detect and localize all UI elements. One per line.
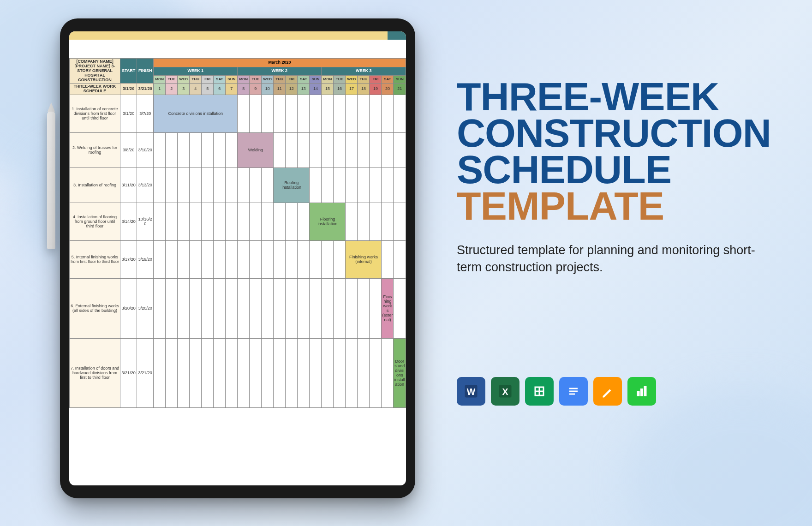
- task-start: 3/17/20: [120, 241, 137, 279]
- task-end: 3/19/20: [137, 241, 154, 279]
- project-header: [COMPANY NAME] [PROJECT NAME] 3-STORY GE…: [70, 59, 120, 84]
- task-row: 1. Installation of concrete divisions fr…: [70, 95, 406, 133]
- month-header: March 2020: [154, 59, 406, 67]
- docs-icon: [559, 377, 588, 406]
- page-title: THREE-WEEK CONSTRUCTION SCHEDULE TEMPLAT…: [457, 78, 770, 224]
- day-header: MON: [238, 76, 250, 84]
- day-header: FRI: [202, 76, 214, 84]
- day-header: MON: [322, 76, 334, 84]
- task-start: 3/8/20: [120, 133, 137, 168]
- sheets-icon: [525, 377, 554, 406]
- schedule-table: [COMPANY NAME] [PROJECT NAME] 3-STORY GE…: [69, 58, 406, 408]
- svg-rect-12: [644, 386, 647, 396]
- day-header: FRI: [286, 76, 298, 84]
- day-header: WED: [178, 76, 190, 84]
- day-header: SAT: [214, 76, 226, 84]
- task-name: 1. Installation of concrete divisions fr…: [70, 95, 120, 133]
- day-header: SUN: [310, 76, 322, 84]
- task-end: 10/16/20: [137, 203, 154, 241]
- finish-header: FINISH: [137, 59, 154, 84]
- apple-pencil: [47, 111, 55, 249]
- task-row: 4. Installation of flooring from ground …: [70, 203, 406, 241]
- day-header: THU: [190, 76, 202, 84]
- day-header: SUN: [394, 76, 406, 84]
- day-header: FRI: [370, 76, 382, 84]
- gantt-bar: Roofing installation: [274, 168, 310, 203]
- task-end: 3/21/20: [137, 339, 154, 408]
- task-name: 4. Installation of flooring from ground …: [70, 203, 120, 241]
- sheet-top-bar: [69, 31, 406, 40]
- task-start: 3/20/20: [120, 279, 137, 339]
- tablet-mockup: [COMPANY NAME] [PROJECT NAME] 3-STORY GE…: [60, 18, 415, 498]
- day-header: THU: [274, 76, 286, 84]
- task-row: 7. Installation of doors and hardwood di…: [70, 339, 406, 408]
- task-name: 2. Welding of trusses for roofing: [70, 133, 120, 168]
- day-header: TUE: [334, 76, 346, 84]
- task-start: 3/21/20: [120, 339, 137, 408]
- marketing-copy: THREE-WEEK CONSTRUCTION SCHEDULE TEMPLAT…: [457, 78, 770, 406]
- gantt-bar: Doors and divisions installation: [394, 339, 406, 408]
- day-header: WED: [262, 76, 274, 84]
- task-name: 5. Internal finishing works from first f…: [70, 241, 120, 279]
- task-start: 3/11/20: [120, 168, 137, 203]
- task-end: 3/13/20: [137, 168, 154, 203]
- task-name: 3. Installation of roofing: [70, 168, 120, 203]
- start-header: START: [120, 59, 137, 84]
- day-header: SAT: [298, 76, 310, 84]
- gantt-bar: Concrete divisions installation: [154, 95, 238, 133]
- day-header: MON: [154, 76, 166, 84]
- task-end: 3/7/20: [137, 95, 154, 133]
- svg-rect-11: [640, 389, 643, 396]
- svg-text:X: X: [502, 387, 508, 397]
- day-header: TUE: [250, 76, 262, 84]
- pages-icon: [593, 377, 622, 406]
- task-start: 3/1/20: [120, 95, 137, 133]
- task-end: 3/10/20: [137, 133, 154, 168]
- svg-rect-10: [637, 391, 640, 396]
- numbers-icon: [627, 377, 656, 406]
- gantt-bar: Welding: [238, 133, 274, 168]
- task-row: 5. Internal finishing works from first f…: [70, 241, 406, 279]
- task-end: 3/20/20: [137, 279, 154, 339]
- day-numbers-row: THREE-WEEK WORK SCHEDULE 3/1/20 3/21/20 …: [70, 84, 406, 95]
- gantt-bar: Finishing works (external): [382, 279, 394, 339]
- day-header: WED: [346, 76, 358, 84]
- page-subtitle: Structured template for planning and mon…: [457, 242, 770, 275]
- task-row: 6. External finishing works (all sides o…: [70, 279, 406, 339]
- word-icon: W: [457, 377, 485, 406]
- task-row: 3. Installation of roofing3/11/203/13/20…: [70, 168, 406, 203]
- day-header: THU: [358, 76, 370, 84]
- format-icons-row: W X: [457, 377, 770, 406]
- task-start: 3/14/20: [120, 203, 137, 241]
- task-name: 7. Installation of doors and hardwood di…: [70, 339, 120, 408]
- day-header: SAT: [382, 76, 394, 84]
- task-name: 6. External finishing works (all sides o…: [70, 279, 120, 339]
- svg-text:W: W: [467, 387, 476, 397]
- schedule-label: THREE-WEEK WORK SCHEDULE: [70, 84, 120, 95]
- day-header: TUE: [166, 76, 178, 84]
- task-row: 2. Welding of trusses for roofing3/8/203…: [70, 133, 406, 168]
- excel-icon: X: [491, 377, 519, 406]
- gantt-bar: Finishing works (internal): [346, 241, 382, 279]
- gantt-bar: Flooring installation: [310, 203, 346, 241]
- day-header: SUN: [226, 76, 238, 84]
- tablet-screen: [COMPANY NAME] [PROJECT NAME] 3-STORY GE…: [69, 31, 406, 485]
